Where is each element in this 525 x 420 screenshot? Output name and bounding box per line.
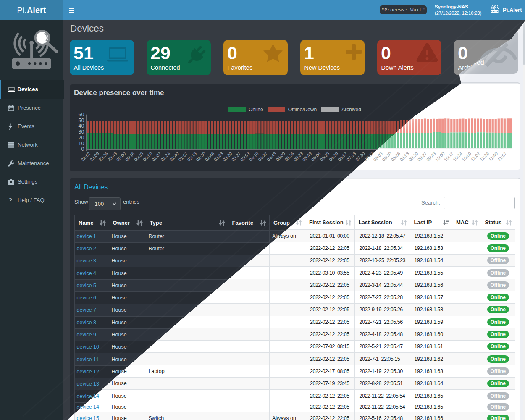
svg-text:09:43: 09:43	[425, 151, 437, 162]
svg-text:11:57: 11:57	[496, 151, 508, 162]
svg-text:10:50: 10:50	[461, 151, 472, 162]
svg-text:10:17: 10:17	[443, 151, 454, 162]
svg-text:11:07: 11:07	[470, 151, 481, 162]
svg-text:11:24: 11:24	[479, 151, 490, 162]
svg-text:11:40: 11:40	[488, 151, 499, 162]
svg-text:08:53: 08:53	[399, 151, 410, 162]
svg-text:08:36: 08:36	[390, 151, 401, 162]
svg-text:10:00: 10:00	[434, 151, 446, 162]
svg-text:09:10: 09:10	[407, 151, 419, 162]
svg-text:10:34: 10:34	[452, 151, 463, 162]
svg-text:09:27: 09:27	[417, 151, 428, 162]
svg-text:08:20: 08:20	[381, 151, 392, 162]
